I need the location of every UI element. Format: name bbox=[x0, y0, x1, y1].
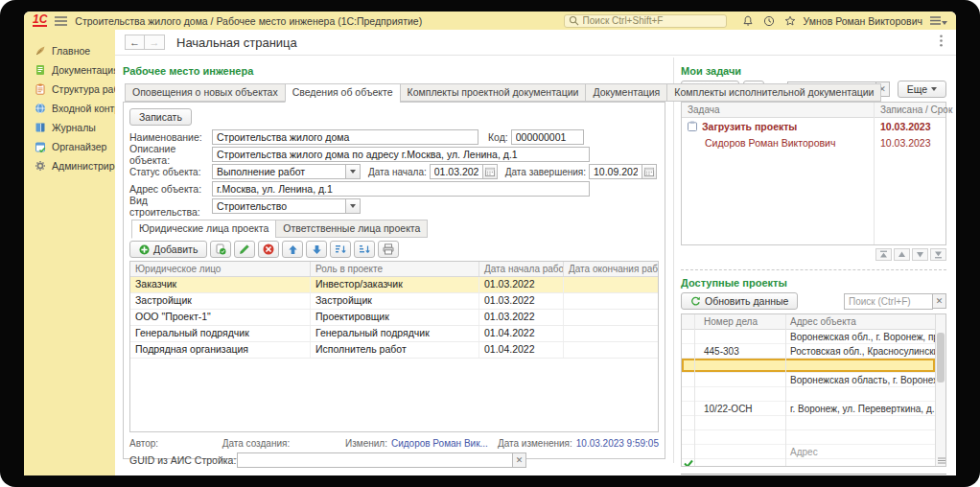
start-date-calendar-button[interactable] bbox=[483, 164, 498, 179]
main-menu-icon[interactable] bbox=[55, 16, 67, 26]
sidebar-item-documentation[interactable]: Документация bbox=[24, 60, 115, 80]
delete-row-button[interactable] bbox=[258, 241, 279, 258]
go-next-button[interactable] bbox=[912, 248, 928, 261]
column-header[interactable]: Записана / Срок bbox=[875, 103, 945, 117]
service-menu-icon[interactable] bbox=[930, 16, 947, 25]
print-button[interactable] bbox=[378, 241, 399, 258]
project-row[interactable] bbox=[682, 430, 935, 445]
tab-object-info[interactable]: Сведения об объекте bbox=[285, 83, 400, 103]
tasks-more-button[interactable]: Еще bbox=[898, 81, 946, 98]
tab-executive-doc-sets[interactable]: Комплекты исполнительной документации bbox=[666, 83, 881, 102]
project-row[interactable]: 445-303Ростовская обл., Красносулинский … bbox=[682, 344, 935, 359]
table-row[interactable]: Подрядная организацияИсполнитель работ01… bbox=[130, 342, 658, 359]
save-button[interactable]: Записать bbox=[129, 108, 192, 126]
task-row[interactable]: Загрузить проекты 10.03.2023 bbox=[682, 118, 945, 134]
go-last-button[interactable] bbox=[930, 248, 946, 261]
go-first-button[interactable] bbox=[875, 248, 892, 261]
table-row[interactable]: ЗастройщикЗастройщик01.03.2022 bbox=[130, 293, 658, 310]
navigation-bar: ← → Начальная страница bbox=[115, 30, 956, 56]
task-icon bbox=[688, 121, 697, 131]
column-header[interactable]: Юридическое лицо bbox=[130, 262, 311, 276]
table-row[interactable]: Генеральный подрядчикГенеральный подрядч… bbox=[130, 326, 658, 342]
global-search[interactable] bbox=[564, 14, 727, 28]
history-clock-icon[interactable] bbox=[763, 15, 775, 27]
status-dropdown-button[interactable] bbox=[346, 164, 361, 179]
sidebar-item-main[interactable]: Главное bbox=[24, 41, 115, 60]
sidebar-item-work-structure[interactable]: Структура работ bbox=[24, 80, 115, 99]
title-bar: 1С Строительства жилого дома / Рабочее м… bbox=[24, 12, 956, 30]
sort-ascending-button[interactable] bbox=[330, 241, 351, 258]
edit-row-button[interactable] bbox=[234, 241, 255, 258]
description-field[interactable] bbox=[212, 147, 590, 162]
sidebar-item-journals[interactable]: Журналы bbox=[24, 118, 115, 137]
project-row[interactable]: Воронежская обл., г. Воронеж, пр. Патрио… bbox=[682, 330, 935, 344]
project-row[interactable]: Адрес bbox=[682, 445, 935, 459]
sort-descending-button[interactable] bbox=[354, 241, 375, 258]
project-row-selected[interactable] bbox=[682, 359, 935, 373]
construction-kind-field[interactable] bbox=[212, 198, 346, 214]
column-header[interactable]: Дата начала работ bbox=[479, 262, 564, 276]
clear-projects-search-button[interactable]: ✕ bbox=[933, 293, 946, 309]
go-prev-button[interactable] bbox=[894, 248, 910, 261]
back-button[interactable]: ← bbox=[125, 35, 145, 50]
forward-button[interactable]: → bbox=[145, 35, 165, 50]
modified-by-link[interactable]: Сидоров Роман Вик... bbox=[391, 438, 488, 449]
tab-documentation[interactable]: Документация bbox=[585, 83, 666, 102]
subtab-responsible-persons[interactable]: Ответственные лица проекта bbox=[275, 220, 428, 238]
guid-field[interactable] bbox=[237, 452, 513, 468]
tab-project-doc-sets[interactable]: Комплекты проектной документации bbox=[400, 83, 586, 102]
end-date-field[interactable] bbox=[589, 164, 642, 179]
column-header[interactable]: Адрес объекта bbox=[785, 314, 935, 329]
notifications-bell-icon[interactable] bbox=[742, 15, 754, 27]
sidebar-item-organizer[interactable]: Органайзер bbox=[24, 137, 115, 156]
project-row[interactable]: 10/22-ОСНг. Воронеж, ул. Переверткина, д… bbox=[682, 402, 935, 416]
refresh-data-button[interactable]: Обновить данные bbox=[681, 292, 798, 310]
projects-scrollbar[interactable] bbox=[935, 314, 945, 466]
name-field[interactable] bbox=[212, 129, 478, 145]
move-up-button[interactable] bbox=[282, 241, 303, 258]
column-header[interactable]: Роль в проекте bbox=[311, 262, 479, 276]
sidebar-item-input-control[interactable]: Входной контроль bbox=[24, 99, 115, 118]
construction-kind-dropdown-button[interactable] bbox=[346, 198, 361, 214]
column-header[interactable]: Дата окончания работ bbox=[564, 262, 658, 276]
start-date-field[interactable] bbox=[430, 164, 483, 179]
project-row-partial[interactable] bbox=[682, 459, 935, 467]
bottom-splitter[interactable] bbox=[681, 474, 946, 475]
panel-splitter[interactable] bbox=[673, 58, 674, 463]
task-row[interactable]: Сидоров Роман Викторович 10.03.2023 bbox=[682, 134, 945, 151]
refresh-icon bbox=[690, 296, 701, 307]
tab-new-object-notifications[interactable]: Оповещения о новых объектах bbox=[125, 83, 285, 102]
project-row[interactable]: Воронежская область, г. Воронеж, ул. Кра… bbox=[682, 373, 935, 387]
scrollbar-thumb[interactable] bbox=[937, 333, 945, 383]
subtab-legal-entities[interactable]: Юридические лица проекта bbox=[131, 220, 275, 239]
end-date-label: Дата завершения: bbox=[505, 167, 586, 177]
tasks-title: Мои задачи bbox=[681, 65, 946, 77]
favorites-star-icon[interactable] bbox=[784, 15, 796, 27]
book-icon bbox=[35, 122, 46, 133]
copy-row-button[interactable] bbox=[210, 241, 231, 258]
add-row-button[interactable]: Добавить bbox=[129, 241, 207, 258]
table-row[interactable]: ООО "Проект-1"Проектировщик01.03.2022 bbox=[130, 310, 658, 326]
modified-at-value: 10.03.2023 9:59:05 bbox=[576, 438, 659, 449]
scrollbar-grip-icon[interactable] bbox=[937, 456, 945, 465]
project-row[interactable] bbox=[682, 416, 935, 430]
user-name[interactable]: Умнов Роман Викторович bbox=[804, 15, 922, 27]
global-search-input[interactable] bbox=[583, 15, 722, 26]
1c-logo: 1С bbox=[33, 14, 47, 27]
table-row[interactable]: ЗаказчикИнвестор/заказчик01.03.2022 bbox=[130, 277, 658, 293]
column-header[interactable]: Номер дела bbox=[694, 314, 785, 329]
code-field[interactable] bbox=[511, 129, 584, 145]
address-field[interactable] bbox=[212, 181, 590, 197]
first-page-icon bbox=[879, 250, 888, 259]
clear-guid-button[interactable]: ✕ bbox=[513, 452, 526, 468]
project-row[interactable] bbox=[682, 387, 935, 402]
home-icon bbox=[35, 45, 46, 57]
column-header[interactable]: Задача bbox=[682, 103, 875, 117]
status-field[interactable] bbox=[212, 164, 346, 179]
projects-search-input[interactable] bbox=[844, 293, 933, 310]
address-label: Адрес объекта: bbox=[129, 183, 212, 195]
move-down-button[interactable] bbox=[306, 241, 327, 258]
kebab-menu-icon[interactable] bbox=[936, 34, 946, 51]
end-date-calendar-button[interactable] bbox=[642, 164, 657, 179]
sidebar-item-administration[interactable]: Администрирование bbox=[24, 156, 115, 175]
